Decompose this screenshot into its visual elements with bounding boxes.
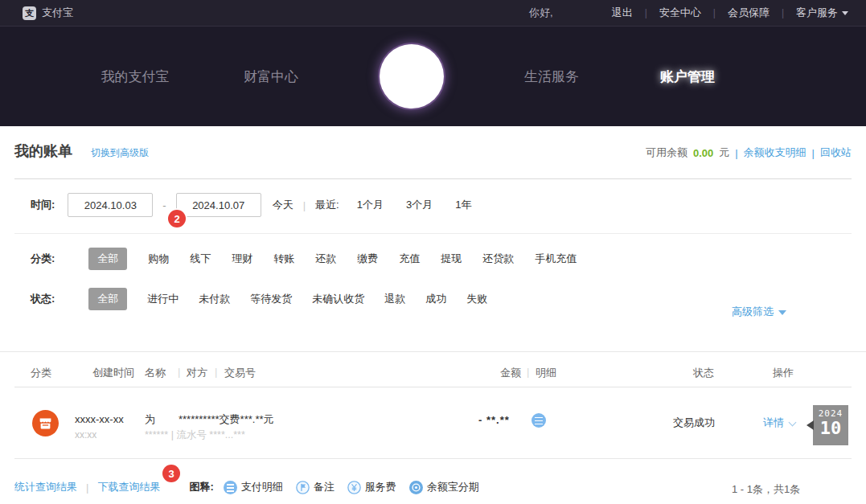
date-from-input[interactable] [68, 193, 153, 217]
nav-item-my-alipay[interactable]: 我的支付宝 [101, 68, 170, 86]
divider [14, 458, 852, 459]
category-label: 分类: [31, 252, 55, 266]
greeting-text: 你好, [529, 6, 553, 20]
category-shopping[interactable]: 购物 [148, 252, 169, 266]
column-separator: | [215, 366, 217, 378]
recent-3months[interactable]: 3个月 [406, 198, 433, 212]
category-topup[interactable]: 充值 [399, 252, 420, 266]
payment-detail-icon[interactable] [532, 413, 546, 428]
recent-1month[interactable]: 1个月 [357, 198, 384, 212]
category-withdraw[interactable]: 提现 [441, 252, 462, 266]
txn-detail-link[interactable]: 详情 [763, 416, 795, 430]
chevron-down-icon [842, 11, 848, 15]
date-badge: 2024 10 [813, 405, 848, 445]
category-filter-row: 分类: 全部 购物 线下 理财 转账 还款 缴费 充值 提现 还贷款 手机充值 [31, 248, 577, 270]
legend-yuebao-label: 余额宝分期 [427, 480, 479, 494]
txn-party-masked: ****** | 流水号 ****...*** [145, 428, 245, 442]
nav-item-wealth-center[interactable]: 财富中心 [244, 68, 298, 86]
date-to-input[interactable] [176, 193, 261, 217]
alipay-logo-icon: 支 [23, 6, 36, 20]
txn-name-prefix: 为 [145, 412, 155, 427]
date-range-dash: - [162, 199, 166, 211]
download-results-link[interactable]: 下载查询结果 [97, 480, 160, 494]
column-separator: | [178, 366, 180, 378]
status-unconfirmed-receipt[interactable]: 未确认收货 [312, 292, 364, 306]
nav-item-account-management[interactable]: 账户管理 [660, 68, 715, 86]
advanced-filter-toggle[interactable]: 高级筛选 [732, 305, 786, 319]
separator: | [812, 147, 815, 159]
status-success[interactable]: 成功 [425, 292, 446, 306]
legend-payment-detail-label: 支付明细 [241, 480, 283, 494]
footer-row: 统计查询结果 | 下载查询结果 图释: 支付明细 备注 [14, 480, 492, 494]
status-label: 状态: [31, 292, 55, 306]
separator: | [303, 199, 306, 211]
balance-detail-link[interactable]: 余额收支明细 [744, 145, 806, 160]
legend-note-label: 备注 [314, 480, 334, 494]
status-awaiting-shipment[interactable]: 等待发货 [250, 292, 292, 306]
category-transfer[interactable]: 转账 [273, 252, 294, 266]
topbar: 支 支付宝 你好, 退出 | 安全中心 | 会员保障 | 客户服务 [0, 0, 866, 27]
separator: | [86, 481, 88, 494]
recycle-bin-link[interactable]: 回收站 [820, 145, 852, 160]
balance-unit: 元 [719, 145, 729, 160]
chevron-down-icon [789, 419, 797, 427]
col-header-action: 操作 [773, 366, 794, 380]
category-all[interactable]: 全部 [88, 248, 127, 270]
category-bills[interactable]: 缴费 [357, 252, 378, 266]
txn-status: 交易成功 [673, 416, 715, 430]
status-failed[interactable]: 失败 [466, 292, 487, 306]
col-header-status: 状态 [693, 366, 714, 380]
time-filter-row: 时间: - 今天 | 最近: 1个月 3个月 1年 [31, 193, 494, 217]
avatar[interactable] [380, 44, 444, 109]
security-center-link[interactable]: 安全中心 [659, 6, 701, 20]
topbar-separator: | [713, 7, 716, 18]
category-offline[interactable]: 线下 [190, 252, 211, 266]
txn-amount: - **.** [478, 414, 510, 426]
recent-1year[interactable]: 1年 [455, 198, 471, 212]
member-protection-link[interactable]: 会员保障 [728, 6, 770, 20]
status-filter-row: 状态: 全部 进行中 未付款 等待发货 未确认收货 退款 成功 失败 [31, 288, 487, 310]
balance-label: 可用余额 [646, 145, 687, 160]
switch-to-advanced-link[interactable]: 切换到高级版 [91, 146, 149, 160]
status-unpaid[interactable]: 未付款 [199, 292, 230, 306]
category-phone-topup[interactable]: 手机充值 [535, 252, 577, 266]
step-badge-2: 2 [168, 210, 186, 227]
page-title: 我的账单 [14, 141, 72, 161]
date-badge-year: 2024 [813, 405, 848, 419]
nav-item-life-services[interactable]: 生活服务 [524, 68, 579, 86]
today-filter[interactable]: 今天 [273, 198, 293, 212]
page-head: 我的账单 切换到高级版 可用余额 0.00 元 | 余额收支明细 | 回收站 [14, 126, 852, 179]
status-refund[interactable]: 退款 [384, 292, 405, 306]
topbar-separator: | [645, 7, 647, 18]
category-loan-repay[interactable]: 还贷款 [482, 252, 514, 266]
alipay-brand[interactable]: 支 支付宝 [23, 6, 73, 20]
topbar-right: 你好, 退出 | 安全中心 | 会员保障 | 客户服务 [529, 6, 848, 20]
category-repayment[interactable]: 还款 [315, 252, 336, 266]
divider [0, 351, 866, 352]
status-all[interactable]: 全部 [88, 288, 127, 310]
yuebao-installment-icon [409, 481, 423, 494]
logout-link[interactable]: 退出 [612, 6, 633, 20]
chevron-down-icon [778, 310, 786, 315]
col-header-name: 名称 [145, 366, 166, 380]
advanced-filter-label: 高级筛选 [732, 305, 774, 318]
col-header-category: 分类 [31, 366, 51, 380]
col-header-party: 对方 [187, 366, 207, 380]
status-in-progress[interactable]: 进行中 [147, 292, 179, 306]
customer-service-menu[interactable]: 客户服务 [796, 6, 848, 20]
col-header-txn-number: 交易号 [224, 366, 256, 380]
legend-item-note: 备注 [296, 480, 334, 494]
col-header-amount: 金额 [500, 366, 521, 380]
stat-results-link[interactable]: 统计查询结果 [14, 480, 77, 494]
category-wealth[interactable]: 理财 [232, 252, 252, 266]
txn-detail-label: 详情 [763, 416, 784, 428]
legend-item-yuebao-installment: 余额宝分期 [409, 480, 479, 494]
service-fee-icon [347, 481, 361, 494]
legend-item-payment-detail: 支付明细 [224, 480, 283, 494]
txn-time: xx:xx [75, 429, 96, 440]
note-icon [296, 481, 310, 494]
legend-service-fee-label: 服务费 [365, 480, 396, 494]
txn-name-masked: **********交费***.**元 [179, 412, 274, 427]
recent-label: 最近: [315, 198, 339, 212]
page: 支 支付宝 你好, 退出 | 安全中心 | 会员保障 | 客户服务 我的支付宝 … [0, 0, 866, 504]
